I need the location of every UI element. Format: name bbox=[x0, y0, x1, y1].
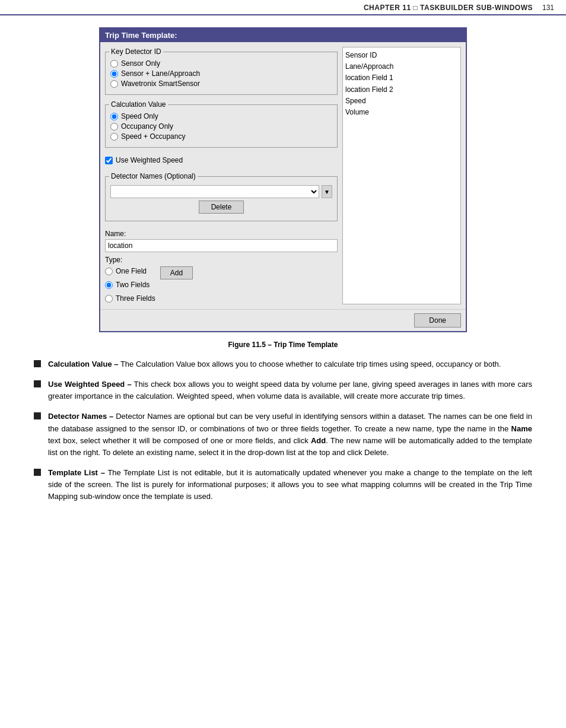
dialog-titlebar: Trip Time Template: bbox=[100, 28, 466, 42]
key-detector-group: Key Detector ID Sensor Only Sensor + Lan… bbox=[105, 52, 338, 95]
page-header: CHAPTER 11 □ TASKBUILDER SUB-WINDOWS 131 bbox=[0, 0, 566, 15]
bullet-icon-1 bbox=[34, 360, 41, 367]
wavetronix-radio[interactable] bbox=[110, 80, 118, 88]
bullet-item-3: Detector Names – Detector Names are opti… bbox=[34, 411, 532, 459]
name-label: Name: bbox=[105, 230, 338, 238]
speed-occupancy-radio[interactable] bbox=[110, 133, 118, 141]
bullet-text-1: Calculation Value – The Calculation Valu… bbox=[48, 358, 501, 370]
bullet-item-1: Calculation Value – The Calculation Valu… bbox=[34, 358, 532, 370]
sensor-lane-option[interactable]: Sensor + Lane/Approach bbox=[110, 69, 332, 78]
two-fields-label: Two Fields bbox=[116, 281, 150, 289]
speed-only-option[interactable]: Speed Only bbox=[110, 112, 332, 120]
wavetronix-option[interactable]: Wavetronix SmartSensor bbox=[110, 80, 332, 88]
three-fields-label: Three Fields bbox=[116, 294, 155, 303]
template-list-item: Lane/Approach bbox=[345, 61, 458, 72]
bullet-icon-4 bbox=[34, 469, 41, 476]
calculation-value-group: Calculation Value Speed Only Occupancy O… bbox=[105, 104, 338, 148]
dialog-footer: Done bbox=[100, 309, 466, 331]
use-weighted-speed-row[interactable]: Use Weighted Speed bbox=[105, 156, 338, 164]
content-area: Trip Time Template: Key Detector ID Sens… bbox=[0, 21, 566, 517]
one-field-radio[interactable] bbox=[105, 268, 113, 275]
body-text: Calculation Value – The Calculation Valu… bbox=[28, 358, 538, 511]
template-list-item: Speed bbox=[345, 96, 458, 107]
wavetronix-label: Wavetronix SmartSensor bbox=[121, 80, 200, 88]
right-panel: Sensor ID Lane/Approach location Field 1… bbox=[342, 47, 461, 304]
bullet-text-4: Template List – The Template List is not… bbox=[48, 467, 532, 503]
name-type-section: Name: Type: One Field Two Fields bbox=[105, 230, 338, 304]
bullet-bold-1: Calculation Value – bbox=[48, 360, 119, 368]
template-list-item: Volume bbox=[345, 107, 458, 118]
speed-occupancy-option[interactable]: Speed + Occupancy bbox=[110, 132, 332, 141]
bullet-icon-3 bbox=[34, 412, 41, 419]
sensor-lane-radio[interactable] bbox=[110, 70, 118, 78]
use-weighted-speed-checkbox[interactable] bbox=[105, 157, 113, 164]
bullet-icon-2 bbox=[34, 380, 41, 387]
page-number: 131 bbox=[542, 4, 554, 12]
sensor-only-radio[interactable] bbox=[110, 60, 118, 68]
left-panel: Key Detector ID Sensor Only Sensor + Lan… bbox=[105, 47, 338, 304]
occupancy-only-radio[interactable] bbox=[110, 123, 118, 131]
template-list-item: Sensor ID bbox=[345, 50, 458, 61]
speed-only-label: Speed Only bbox=[121, 112, 158, 120]
chapter-title: CHAPTER 11 □ TASKBUILDER SUB-WINDOWS bbox=[364, 4, 533, 12]
detector-dropdown-row: ▼ bbox=[110, 185, 332, 198]
three-fields-option[interactable]: Three Fields bbox=[105, 294, 155, 303]
two-fields-radio[interactable] bbox=[105, 281, 113, 289]
sensor-only-option[interactable]: Sensor Only bbox=[110, 59, 332, 68]
dropdown-arrow-icon[interactable]: ▼ bbox=[322, 185, 332, 198]
type-label: Type: bbox=[105, 256, 338, 264]
add-button[interactable]: Add bbox=[160, 266, 193, 279]
bullet-bold-3: Detector Names – bbox=[48, 412, 113, 421]
occupancy-only-option[interactable]: Occupancy Only bbox=[110, 122, 332, 131]
calculation-legend: Calculation Value bbox=[109, 100, 168, 109]
key-detector-legend: Key Detector ID bbox=[109, 47, 163, 56]
three-fields-radio[interactable] bbox=[105, 295, 113, 303]
bullet-item-2: Use Weighted Speed – This check box allo… bbox=[34, 379, 532, 402]
bullet-text-3: Detector Names – Detector Names are opti… bbox=[48, 411, 532, 459]
delete-button[interactable]: Delete bbox=[199, 201, 244, 214]
template-list-item: location Field 2 bbox=[345, 84, 458, 96]
bullet-body-4: The Template List is not editable, but i… bbox=[48, 468, 532, 501]
one-field-label: One Field bbox=[116, 267, 147, 275]
one-field-option[interactable]: One Field bbox=[105, 267, 155, 275]
bullet-item-4: Template List – The Template List is not… bbox=[34, 467, 532, 503]
bullet-body-3: Detector Names are optional but can be v… bbox=[48, 412, 532, 456]
detector-names-group: Detector Names (Optional) ▼ Delete bbox=[105, 176, 338, 221]
done-button[interactable]: Done bbox=[414, 313, 461, 328]
dialog-body: Key Detector ID Sensor Only Sensor + Lan… bbox=[100, 42, 466, 309]
template-list-item: location Field 1 bbox=[345, 72, 458, 84]
figure-caption: Figure 11.5 – Trip Time Template bbox=[228, 341, 338, 349]
bullet-bold-2: Use Weighted Speed – bbox=[48, 380, 132, 389]
bullet-text-2: Use Weighted Speed – This check box allo… bbox=[48, 379, 532, 402]
trip-time-template-dialog: Trip Time Template: Key Detector ID Sens… bbox=[99, 27, 467, 332]
sensor-lane-label: Sensor + Lane/Approach bbox=[121, 69, 200, 78]
name-input[interactable] bbox=[105, 239, 338, 252]
type-row: One Field Two Fields Three Fields bbox=[105, 265, 338, 304]
occupancy-only-label: Occupancy Only bbox=[121, 122, 173, 131]
bullet-bold-4: Template List – bbox=[48, 468, 105, 477]
detector-names-legend: Detector Names (Optional) bbox=[109, 172, 198, 180]
use-weighted-speed-label: Use Weighted Speed bbox=[116, 156, 183, 164]
sensor-only-label: Sensor Only bbox=[121, 59, 160, 68]
bullet-body-1: The Calculation Value box allows you to … bbox=[120, 360, 501, 368]
detector-names-dropdown[interactable] bbox=[110, 185, 319, 198]
speed-occupancy-label: Speed + Occupancy bbox=[121, 132, 185, 141]
two-fields-option[interactable]: Two Fields bbox=[105, 281, 155, 289]
speed-only-radio[interactable] bbox=[110, 113, 118, 120]
type-radios: One Field Two Fields Three Fields bbox=[105, 265, 155, 304]
